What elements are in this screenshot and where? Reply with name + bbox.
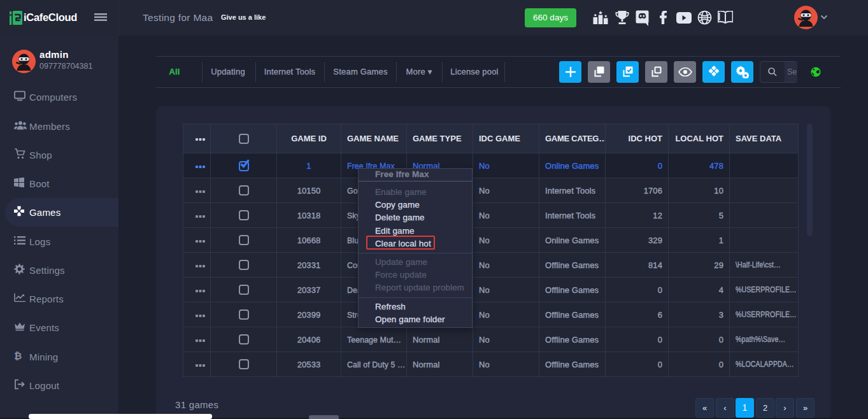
svg-text:₿: ₿ <box>14 350 22 361</box>
